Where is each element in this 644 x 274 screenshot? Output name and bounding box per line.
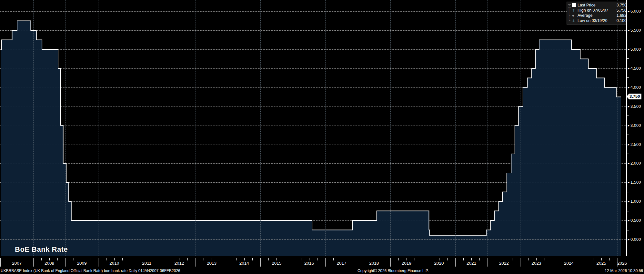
- x-axis-quarter-tick: [439, 258, 439, 260]
- x-axis-quarter-tick: [471, 258, 472, 260]
- y-axis-minor-tick: [627, 173, 629, 173]
- x-axis-year-separator: [98, 258, 98, 267]
- x-axis-quarter-tick: [398, 258, 399, 260]
- y-axis-minor-tick: [627, 135, 629, 135]
- x-axis-year-label: 2024: [564, 261, 574, 266]
- x-axis-quarter-tick: [244, 258, 245, 260]
- legend-box: − Last Price 3.750 │ ⊤ High on 07/05/07 …: [567, 2, 626, 25]
- x-axis-quarter-tick: [268, 258, 269, 260]
- legend-value: 5.750: [614, 8, 626, 13]
- last-price-square-icon: [572, 3, 578, 7]
- x-axis-year-label: 2014: [239, 261, 249, 266]
- x-axis-year-label: 2008: [45, 261, 54, 266]
- x-axis-year-separator: [585, 258, 585, 267]
- x-axis-quarter-tick: [41, 258, 42, 260]
- x-axis-year-label: 2019: [402, 261, 411, 266]
- x-axis-year-separator: [260, 258, 261, 267]
- legend-row-last-price[interactable]: − Last Price 3.750: [568, 3, 626, 8]
- chart-plot-area[interactable]: BoE Bank Rate − Last Price 3.750 │ ⊤ Hig…: [0, 0, 626, 256]
- x-axis-quarter-tick: [561, 258, 561, 260]
- legend-row-high[interactable]: │ ⊤ High on 07/05/07 5.750: [568, 8, 626, 13]
- x-axis-quarter-tick: [569, 258, 569, 260]
- legend-value: 3.750: [614, 3, 626, 7]
- x-axis-year-separator: [131, 258, 131, 267]
- low-tick-icon: ⊥: [572, 19, 578, 22]
- rate-area-series: [0, 0, 626, 256]
- last-price-tag-value: 3.750: [629, 94, 641, 99]
- x-axis-quarter-tick: [74, 258, 74, 260]
- average-diamond-icon: ◆: [572, 14, 578, 17]
- area-fill: [1, 21, 621, 256]
- x-axis-quarter-tick: [317, 258, 317, 260]
- x-axis-quarter-tick: [25, 258, 25, 260]
- x-axis-quarter-tick: [479, 258, 480, 260]
- last-price-tag-arrow: [627, 94, 629, 99]
- x-axis-quarter-tick: [17, 258, 17, 260]
- x-axis-year-separator: [358, 258, 358, 267]
- x-axis-quarter-tick: [285, 258, 285, 260]
- y-axis-minor-tick: [627, 58, 629, 59]
- x-axis-year-label: 2011: [142, 261, 151, 266]
- y-axis-minor-tick: [627, 40, 629, 40]
- legend-row-low[interactable]: └ ⊥ Low on 03/19/20 0.100: [568, 18, 626, 23]
- y-tick-arrow-icon: ►: [627, 124, 630, 127]
- x-axis-quarter-tick: [301, 258, 301, 260]
- x-axis-year-separator: [488, 258, 488, 267]
- x-axis-quarter-tick: [277, 258, 277, 260]
- y-axis-label: ►0.500: [627, 218, 644, 223]
- y-tick-arrow-icon: ►: [627, 219, 630, 222]
- tree-line: │: [568, 9, 572, 12]
- x-axis-quarter-tick: [374, 258, 374, 260]
- y-tick-arrow-icon: ►: [627, 48, 630, 51]
- x-axis-quarter-tick: [49, 258, 50, 260]
- y-axis-label: ►0.000: [627, 237, 644, 242]
- x-axis-quarter-tick: [90, 258, 90, 260]
- security-description: UKBRBASE Index (UK Bank of England Offic…: [1, 269, 180, 273]
- x-axis-quarter-tick: [155, 258, 155, 260]
- y-axis-label: ►2.000: [627, 161, 644, 166]
- x-axis-quarter-tick: [204, 258, 204, 260]
- y-axis-minor-tick: [627, 116, 629, 116]
- x-axis-year-separator: [553, 258, 553, 267]
- tree-line: └: [568, 19, 572, 22]
- x-axis: 2007200820092010201120122013201420152016…: [0, 256, 644, 268]
- x-axis-quarter-tick: [236, 258, 236, 260]
- y-axis-minor-tick: [627, 230, 629, 230]
- timestamp: 12-Mar-2026 10:30:56: [605, 269, 643, 273]
- x-axis-year-label: 2009: [77, 261, 87, 266]
- last-price-tag: 3.750: [627, 94, 641, 99]
- x-axis-year-label: 2010: [109, 261, 119, 266]
- x-axis-year-separator: [0, 258, 1, 267]
- x-axis-year-separator: [423, 258, 423, 267]
- x-axis-quarter-tick: [407, 258, 407, 260]
- x-axis-quarter-tick: [106, 258, 106, 260]
- legend-collapse-icon[interactable]: −: [568, 3, 572, 7]
- x-axis-quarter-tick: [309, 258, 309, 260]
- y-tick-arrow-icon: ►: [627, 238, 630, 241]
- legend-value: 1.682: [614, 13, 626, 18]
- x-axis-quarter-tick: [528, 258, 528, 260]
- legend-row-average[interactable]: ├ ◆ Average 1.682: [568, 13, 626, 18]
- y-tick-arrow-icon: ►: [627, 29, 630, 32]
- x-axis-quarter-tick: [350, 258, 350, 260]
- x-axis-quarter-tick: [496, 258, 496, 260]
- legend-value: 0.100: [614, 18, 626, 23]
- x-axis-quarter-tick: [382, 258, 382, 260]
- x-axis-quarter-tick: [171, 258, 171, 260]
- x-axis-year-label: 2025: [597, 261, 606, 266]
- x-axis-year-separator: [455, 258, 456, 267]
- x-axis-year-label: 2013: [207, 261, 216, 266]
- x-axis-quarter-tick: [366, 258, 366, 260]
- y-tick-arrow-icon: ►: [627, 181, 630, 184]
- y-tick-arrow-icon: ►: [627, 10, 630, 13]
- x-axis-quarter-tick: [463, 258, 464, 260]
- x-axis-year-label: 2015: [272, 261, 281, 266]
- x-axis-quarter-tick: [504, 258, 504, 260]
- x-axis-quarter-tick: [447, 258, 448, 260]
- x-axis-quarter-tick: [601, 258, 602, 260]
- x-axis-quarter-tick: [577, 258, 577, 260]
- x-axis-quarter-tick: [57, 258, 58, 260]
- x-axis-quarter-tick: [220, 258, 220, 260]
- x-axis-year-separator: [65, 258, 66, 267]
- y-tick-arrow-icon: ►: [627, 200, 630, 203]
